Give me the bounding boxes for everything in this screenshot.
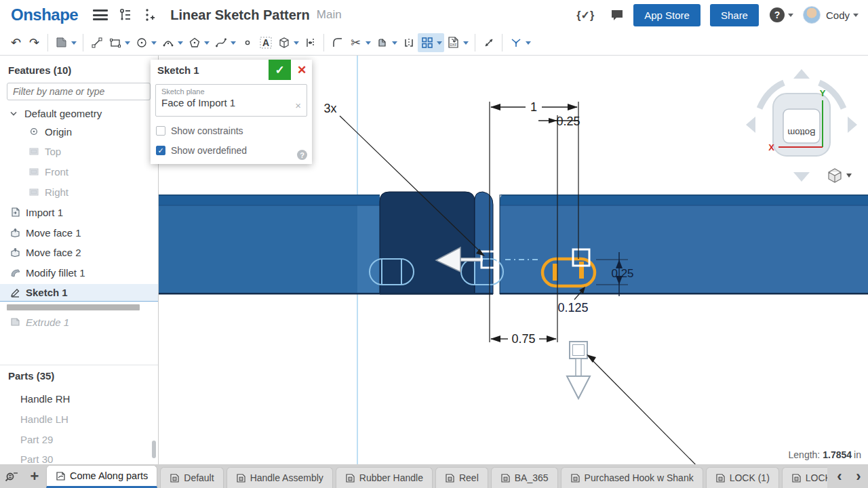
point-tool[interactable] <box>238 33 256 52</box>
sketch-plane-field[interactable]: Sketch plane Face of Import 1 × <box>155 84 307 117</box>
polygon-tool[interactable] <box>185 33 203 52</box>
feature-sketch-1[interactable]: Sketch 1 <box>0 284 158 302</box>
share-button[interactable]: Share <box>710 4 759 26</box>
search-tabs-icon[interactable] <box>0 464 23 488</box>
rotate-right-icon[interactable] <box>848 117 857 133</box>
rollback-bar[interactable] <box>7 304 140 310</box>
linear-pattern-icon[interactable] <box>418 33 436 52</box>
polygon-caret-icon[interactable] <box>204 41 210 47</box>
tab-default[interactable]: Default <box>160 467 223 488</box>
user-avatar[interactable] <box>803 6 821 24</box>
rotate-up-icon[interactable] <box>793 69 810 79</box>
rotate-down-icon[interactable] <box>793 172 810 182</box>
view-options-caret-icon[interactable] <box>846 174 852 178</box>
accept-button[interactable]: ✓ <box>269 60 291 80</box>
chevron-down-icon[interactable] <box>8 111 19 116</box>
redo-button[interactable]: ↷ <box>25 33 43 52</box>
filter-input[interactable] <box>7 83 151 100</box>
tab-lock-2[interactable]: LOCK <box>782 467 827 488</box>
part-29[interactable]: Part 29 <box>0 430 158 448</box>
dialog-help-icon[interactable]: ? <box>297 150 307 160</box>
onshape-logo[interactable]: Onshape <box>11 5 78 24</box>
constraint-tool[interactable] <box>507 33 525 52</box>
show-overdefined-row[interactable]: ✓ Show overdefined <box>156 145 247 156</box>
view-cube[interactable]: Bottom Y X <box>746 69 857 182</box>
model-part[interactable] <box>159 192 868 295</box>
tab-handle-assembly[interactable]: Handle Assembly <box>226 467 333 488</box>
rotate-left-icon[interactable] <box>746 117 755 133</box>
workspace-name[interactable]: Main <box>317 8 342 22</box>
feature-modify-fillet-1[interactable]: Modify fillet 1 <box>0 264 158 281</box>
dimension-offset-top[interactable]: 0.25 <box>538 115 580 128</box>
tree-node-origin[interactable]: Origin <box>0 123 158 140</box>
tab-purchased-hook-w-shank[interactable]: Purchased Hook w Shank <box>561 467 703 488</box>
dxf-caret-icon[interactable] <box>463 41 469 47</box>
feature-move-face-2[interactable]: Move face 2 <box>0 243 158 261</box>
text-tool[interactable]: A <box>256 33 275 52</box>
cancel-button[interactable]: ✕ <box>292 60 312 80</box>
undo-button[interactable]: ↶ <box>7 33 25 52</box>
circle-caret-icon[interactable] <box>151 41 157 47</box>
trim-tool[interactable]: ✂ <box>347 33 365 52</box>
trim-caret-icon[interactable] <box>366 41 371 47</box>
dimension-spacing[interactable]: 1 <box>490 100 578 114</box>
import-dxf-tool[interactable]: DXF <box>444 33 462 52</box>
user-caret-icon[interactable] <box>853 14 859 20</box>
inspect-tool[interactable] <box>479 33 498 52</box>
show-constraints-row[interactable]: Show constraints <box>156 125 243 136</box>
tree-node-default-geometry[interactable]: Default geometry <box>0 104 158 122</box>
comments-icon[interactable] <box>610 9 624 21</box>
parts-scrollbar[interactable] <box>152 441 156 458</box>
scroll-tabs-left-icon[interactable]: ‹ <box>837 466 842 487</box>
help-caret-icon[interactable] <box>788 14 793 20</box>
scroll-tabs-right-icon[interactable]: › <box>856 466 861 487</box>
arc-caret-icon[interactable] <box>178 41 183 47</box>
tab-come-along-parts[interactable]: Come Along parts <box>46 465 157 488</box>
part-handle-lh[interactable]: Handle LH <box>0 410 158 428</box>
use-project-tool[interactable] <box>275 33 293 52</box>
clear-selection-icon[interactable]: × <box>295 100 301 111</box>
use-caret-icon[interactable] <box>294 41 299 47</box>
constraint-caret-icon[interactable] <box>526 41 531 47</box>
show-overdefined-checkbox[interactable]: ✓ <box>156 146 165 155</box>
tree-node-top-plane[interactable]: Top <box>0 142 158 160</box>
offset-tool[interactable] <box>373 33 391 52</box>
sketch-caret-icon[interactable] <box>71 41 77 47</box>
view-options-cube-icon[interactable] <box>829 169 852 182</box>
tab-lock-1[interactable]: LOCK (1) <box>706 467 779 488</box>
rectangle-caret-icon[interactable] <box>125 41 130 47</box>
spline-tool[interactable] <box>212 33 230 52</box>
tab-reel[interactable]: Reel <box>435 467 488 488</box>
app-store-button[interactable]: App Store <box>633 4 701 26</box>
dimension-tool[interactable] <box>301 33 319 52</box>
help-icon[interactable]: ? <box>770 7 785 22</box>
user-menu[interactable]: Cody <box>826 9 850 21</box>
feature-import-1[interactable]: Import 1 <box>0 203 158 221</box>
fillet-tool[interactable] <box>328 33 347 52</box>
feature-extrude-1[interactable]: Extrude 1 <box>0 313 158 331</box>
show-constraints-checkbox[interactable] <box>156 126 165 136</box>
arc-tool[interactable] <box>159 33 177 52</box>
main-menu-icon[interactable] <box>93 9 108 20</box>
part-handle-rh[interactable]: Handle RH <box>0 390 158 407</box>
tree-node-right-plane[interactable]: Right <box>0 183 158 201</box>
featurescript-notices-icon[interactable]: {✓} <box>576 9 594 22</box>
rectangle-tool[interactable] <box>106 33 124 52</box>
mirror-tool[interactable] <box>399 33 418 52</box>
add-tab-button[interactable]: + <box>23 464 46 488</box>
offset-caret-icon[interactable] <box>392 41 397 47</box>
circle-tool[interactable] <box>132 33 151 52</box>
tree-node-front-plane[interactable]: Front <box>0 163 158 180</box>
dimension-pitch[interactable]: 0.75 <box>490 332 557 346</box>
linear-pattern-tool-active[interactable] <box>418 33 444 52</box>
pattern-caret-icon[interactable] <box>437 41 442 47</box>
spline-caret-icon[interactable] <box>231 41 236 47</box>
versions-icon[interactable] <box>119 8 132 22</box>
pattern-drag-handle[interactable] <box>567 342 590 399</box>
tab-rubber-handle[interactable]: Rubber Handle <box>336 467 433 488</box>
feature-move-face-1[interactable]: Move face 1 <box>0 224 158 241</box>
tab-ba-365[interactable]: BA_365 <box>491 467 558 488</box>
sketch-button[interactable] <box>52 33 71 52</box>
line-tool[interactable] <box>87 33 106 52</box>
insert-version-icon[interactable] <box>143 8 155 22</box>
